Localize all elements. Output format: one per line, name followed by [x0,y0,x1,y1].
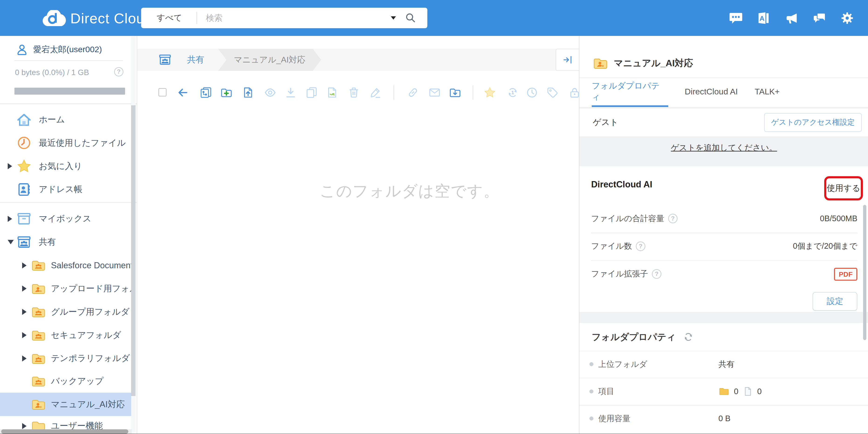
sidebar-item-recent-files[interactable]: 最近使用したファイル [0,131,132,154]
tree-item-secure-folder[interactable]: セキュアフォルダ [0,323,132,347]
rename-button[interactable] [369,86,381,98]
save-to-folder-button[interactable] [449,86,461,98]
bullet-icon [589,389,593,394]
select-all-checkbox[interactable] [158,88,167,96]
ai-extension-label: ファイル拡張子 [591,268,648,279]
group-folder-icon [31,351,46,366]
collapse-right-icon [562,55,573,65]
group-folder-icon [31,258,46,273]
tree-item-backup[interactable]: バックアップ [0,370,132,393]
expand-caret-icon[interactable] [22,332,27,338]
settings-gear-icon[interactable] [840,11,854,25]
ai-total-size-label: ファイルの合計容量 [591,213,664,224]
megaphone-icon[interactable] [785,11,799,25]
search-caret-down-icon[interactable] [391,16,396,20]
expand-caret-icon[interactable] [22,286,27,292]
breadcrumb-root[interactable]: 共有 [187,49,204,71]
tree-item-label: テンポラリフォルダ [51,353,130,364]
favorite-star-button[interactable] [484,86,496,98]
tree-item-label: マニュアル_AI対応 [51,399,125,410]
tab-talk-plus[interactable]: TALK+ [753,78,782,105]
search-button[interactable] [405,12,416,24]
new-folder-button[interactable] [220,86,232,98]
back-button[interactable] [177,86,189,98]
tree-item-shared[interactable]: 共有 [0,231,132,254]
version-button[interactable] [506,86,519,98]
move-file-button[interactable] [326,86,338,98]
sidebar-vertical-scrollbar-thumb[interactable] [131,105,135,396]
chat-bubbles-icon[interactable] [813,11,826,25]
ai-settings-button[interactable]: 設定 [813,292,858,311]
tree-item-upload-folder[interactable]: アップロード用フォルダ [0,277,132,300]
preview-eye-button[interactable] [264,86,276,98]
storage-help-icon[interactable]: ? [114,67,123,77]
help-icon[interactable]: ? [668,214,678,223]
storage-usage-text: 0 bytes (0.0%) / 1 GB [15,68,89,77]
guest-add-link[interactable]: ゲストを追加してください。 [671,143,777,152]
user-info[interactable]: 愛宕太郎(user002) [16,43,102,56]
upload-button[interactable] [242,86,254,98]
message-dots-icon[interactable] [729,11,743,25]
guest-add-area: ゲストを追加してください。 [580,142,868,153]
directcloud-ai-section: DirectCloud AI 使用する ファイルの合計容量? 0B/500MB … [580,166,868,312]
cloud-logo-icon [42,10,67,27]
person-folder-icon [593,56,608,71]
tree-item-manual-ai-selected[interactable]: マニュアル_AI対応 [0,393,132,416]
breadcrumb-current[interactable]: マニュアル_AI対応 [218,49,321,71]
lock-button[interactable] [568,86,579,98]
refresh-icon[interactable] [683,332,693,342]
tree-item-label: バックアップ [51,376,104,387]
history-clock-button[interactable] [526,86,538,98]
divider [591,260,857,261]
guest-access-settings-button[interactable]: ゲストのアクセス権設定 [764,113,862,132]
usage-label: 使用容量 [598,405,630,432]
toolbar-divider [394,85,394,100]
ai-use-button-highlighted[interactable]: 使用する [824,176,863,201]
directcloud-logo[interactable]: Direct Cloud [42,8,153,28]
sidebar-item-label: ホーム [39,114,65,125]
divider [0,104,137,104]
tree-item-temporary-folder[interactable]: テンポラリフォルダ [0,347,132,370]
structure-copy-button[interactable] [200,86,212,98]
expand-caret-icon[interactable] [22,262,27,268]
expand-caret-icon[interactable] [22,355,27,361]
panel-header: マニュアル_AI対応 フォルダプロパティ DirectCloud AI TALK… [580,36,868,107]
sidebar-horizontal-scrollbar-thumb[interactable] [1,429,129,434]
panel-collapse-button[interactable] [556,49,579,71]
delete-button[interactable] [348,86,360,98]
tag-button[interactable] [546,86,558,98]
mini-file-icon [743,386,753,397]
group-folder-icon [31,328,46,343]
sidebar-item-address-book[interactable]: アドレス帳 [0,178,132,201]
collapse-caret-icon[interactable] [8,240,14,244]
sidebar-item-home[interactable]: ホーム [0,108,132,131]
tree-item-label: セキュアフォルダ [51,329,121,341]
copy-button[interactable] [306,86,318,98]
help-icon[interactable]: ? [652,269,661,279]
help-icon[interactable]: ? [636,241,645,251]
search-input[interactable] [205,12,388,23]
sidebar-item-label: お気に入り [39,161,82,172]
expand-caret-icon[interactable] [8,216,12,222]
app-header: Direct Cloud すべて [0,0,868,36]
search-divider [196,12,197,24]
tab-folder-properties[interactable]: フォルダプロパティ [592,78,668,105]
panel-scrollbar-thumb[interactable] [863,205,866,340]
usage-value: 0 B [718,405,731,432]
tree-item-mybox[interactable]: マイボックス [0,207,132,231]
tree-item-salesforce-documents[interactable]: Salesforce Documents [0,254,132,277]
search-scope-dropdown[interactable]: すべて [157,12,182,24]
ai-news-icon[interactable] [756,11,770,25]
ai-section-title: DirectCloud AI [591,179,652,190]
mini-folder-icon [718,386,730,397]
expand-caret-icon[interactable] [22,423,27,429]
share-link-button[interactable] [407,86,419,98]
tab-directcloud-ai[interactable]: DirectCloud AI [682,78,741,105]
expand-caret-icon[interactable] [8,163,12,169]
download-button[interactable] [285,86,297,98]
toolbar [137,84,579,102]
sidebar-item-favorites[interactable]: お気に入り [0,154,132,178]
mail-button[interactable] [429,86,441,98]
expand-caret-icon[interactable] [22,309,27,315]
tree-item-group-folder[interactable]: グループ用フォルダ [0,300,132,323]
